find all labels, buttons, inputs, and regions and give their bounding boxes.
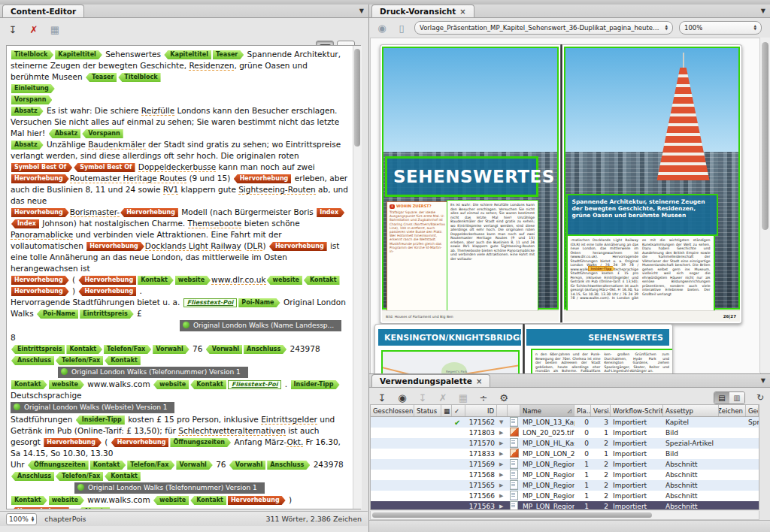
- import-icon[interactable]: ↧: [6, 23, 20, 36]
- preview-panel-menu-caret[interactable]: ▼: [761, 8, 765, 14]
- col-assettyp[interactable]: Assettyp: [663, 405, 719, 416]
- col-geoeffnet[interactable]: Geöffnet v: [746, 405, 759, 416]
- spread2-col1-text: n den 60er-Jahren und der Punk-Bewegung …: [535, 352, 611, 373]
- palette-save-icon[interactable]: ▦: [456, 391, 470, 404]
- table-row-171570[interactable]: 171570▶MP_LON_HL_Kasten_S...02Importiert…: [371, 438, 759, 449]
- palette-hscroll-thumb[interactable]: [372, 512, 652, 518]
- tab-content-editor[interactable]: Content-Editor: [2, 5, 84, 17]
- expand-open-icon[interactable]: ▼: [497, 419, 508, 425]
- col-name[interactable]: Name◿: [520, 405, 574, 416]
- expand-icon[interactable]: ▶: [497, 493, 508, 499]
- close-icon[interactable]: ×: [459, 8, 465, 16]
- col-versi[interactable]: Versi...: [591, 405, 611, 416]
- editor-text: kann man noch auf zwei: [216, 162, 314, 171]
- preview-file-select[interactable]: Vorlage_Präsentation_MP_Kapitel_Sehenswe…: [414, 21, 673, 35]
- preview-zoom-select[interactable]: 100% ▲▼: [679, 21, 762, 35]
- content-reference-bar[interactable]: Original London Walks (Name Landessp...: [180, 320, 341, 331]
- gear-icon[interactable]: ⚙: [497, 391, 511, 404]
- tag-open-hervorhebung: Hervorhebung: [11, 174, 69, 183]
- col-check-icon[interactable]: ✓: [452, 405, 465, 416]
- editor-zoom-select[interactable]: 100% ▲▼: [6, 513, 37, 525]
- col-geschlossen[interactable]: Geschlossen: [371, 405, 414, 416]
- content-reference-bar[interactable]: Original London Walks (Telefonnummer) Ve…: [74, 482, 265, 494]
- table-row-171563[interactable]: 171563▶MP_LON_RegionStadtv...12Importier…: [371, 501, 759, 510]
- expand-icon[interactable]: ▶: [497, 440, 508, 446]
- table-row-171569[interactable]: 171569▶MP_LON_RegionStadtv...12Importier…: [371, 459, 759, 470]
- editor-panel-menu-caret[interactable]: ▼: [359, 8, 364, 14]
- tag-close-insider-tipp: Insider-Tipp: [76, 416, 125, 425]
- region-map[interactable]: Regent's Park West Kilburn: [381, 350, 520, 374]
- expand-icon[interactable]: ▶: [497, 461, 508, 467]
- expand-icon[interactable]: ▶: [497, 451, 508, 457]
- page-icon[interactable]: ▯: [395, 21, 408, 35]
- tag-open-hervorhebung: Hervorhebung: [228, 496, 286, 505]
- expand-icon[interactable]: ▶: [497, 482, 508, 488]
- expand-icon[interactable]: ▶: [497, 430, 508, 436]
- col-workflow[interactable]: Workflow-Schritt: [611, 405, 663, 416]
- discard-icon[interactable]: ✗: [27, 23, 41, 36]
- palette-horizontal-scrollbar[interactable]: [370, 511, 759, 520]
- editor-text-area[interactable]: TitelblockKapiteltitel Sehenswertes Kapi…: [6, 45, 361, 509]
- cell: Kapitel: [663, 419, 719, 426]
- expand-icon[interactable]: ▶: [497, 503, 508, 509]
- cell: Spezial-Artikel: [663, 440, 719, 447]
- col-status[interactable]: Status: [414, 405, 441, 416]
- preview-vertical-scrollbar[interactable]: [759, 38, 770, 373]
- col-grid-icon[interactable]: ▦: [441, 405, 452, 416]
- cell: Abschnitt: [663, 492, 719, 500]
- tag-open-anschluss: Anschluss: [244, 345, 286, 354]
- table-row-171565[interactable]: 171565▶MP_LON_RegionStadtv...12Importier…: [371, 480, 759, 491]
- content-reference-bar[interactable]: Original London Walks (Website) Version …: [11, 402, 174, 413]
- editor-vertical-scrollbar[interactable]: [353, 46, 362, 509]
- tab-druck-voransicht-label: Druck-Voransicht: [380, 7, 456, 16]
- wohin-zuerst-box[interactable]: iWOHIN ZUERST? Trafalgar Square: der ide…: [387, 201, 448, 311]
- tag-open-poi-name: Poi-Name: [238, 298, 280, 307]
- teaser-frame[interactable]: Spannende Architektur, steinerne Zeugen …: [566, 194, 718, 236]
- cell: MP_LON_LON_20_SV...: [520, 450, 574, 458]
- list-view-button[interactable]: ▤: [714, 392, 729, 404]
- tag-close-telefon/fax: Telefon/Fax: [56, 356, 103, 365]
- palette-import-icon[interactable]: ↧: [375, 391, 389, 404]
- palette-close-icon[interactable]: ×: [476, 377, 482, 385]
- spread2-body-frame[interactable]: n den 60er-Jahren und der Punk-Bewegung …: [531, 349, 673, 374]
- tab-verwendungspalette[interactable]: Verwendungspalette ×: [371, 374, 490, 387]
- cell: Importiert: [611, 492, 663, 500]
- palette-delete-icon[interactable]: ✗: [436, 391, 450, 404]
- tab-druck-voransicht[interactable]: Druck-Voransicht ×: [371, 5, 474, 17]
- table-row-171562[interactable]: ✔171562▼MP_LON_13_Kapitel_POIs...03Impor…: [371, 417, 759, 428]
- image-file-icon: [510, 449, 519, 458]
- preview-scroll-thumb[interactable]: [762, 42, 768, 230]
- expand-icon[interactable]: ▶: [497, 472, 508, 478]
- table-row-171566[interactable]: 171566▶MP_LON_RegionStadtv...12Importier…: [371, 491, 759, 501]
- table-row-171803[interactable]: 171803▶LON_20_025.tif01ImportiertBild: [371, 428, 759, 438]
- save-icon[interactable]: ▦: [48, 23, 62, 36]
- table-row-171833[interactable]: 171833▶MP_LON_LON_20_SV...01ImportiertBi…: [371, 449, 759, 459]
- left-page-body-column[interactable]: Es ist wahr: Die schiere Reizfülle Londo…: [447, 200, 538, 313]
- eye-icon[interactable]: ◉: [375, 21, 389, 35]
- editor-text: 243978: [311, 460, 343, 469]
- editor-text: (: [102, 437, 111, 446]
- content-reference-bar[interactable]: Original London Walks (Telefonnummer) Ve…: [58, 367, 248, 378]
- palette-import-disabled-icon[interactable]: ↧: [416, 391, 429, 404]
- col-icon[interactable]: [508, 405, 520, 416]
- chapter-title-frame[interactable]: SEHENSWERTES: [385, 156, 538, 197]
- palette-panel-menu-caret[interactable]: ▼: [761, 377, 765, 384]
- editor-scroll-thumb[interactable]: [354, 49, 360, 147]
- col-id[interactable]: ID: [465, 405, 497, 416]
- col-pla[interactable]: Pla...: [574, 405, 591, 416]
- col-arrow[interactable]: [497, 405, 508, 416]
- refresh-icon[interactable]: ↻: [756, 392, 764, 403]
- tag-close-hervorhebung: Hervorhebung: [120, 208, 178, 217]
- palette-eye-icon[interactable]: ◉: [396, 391, 409, 404]
- palette-divide-icon[interactable]: ÷: [477, 391, 490, 404]
- column-view-button[interactable]: ▥: [729, 392, 744, 404]
- preview-canvas[interactable]: SEHENSWERTES iWOHIN ZUERST? Trafalgar Sq…: [370, 38, 761, 374]
- col-zeichen[interactable]: Zeichen: [719, 405, 746, 416]
- table-row-171568[interactable]: 171568▶MP_LON_RegionStadtv...12Importier…: [371, 470, 759, 480]
- editor-zoom-value: 100%: [9, 515, 29, 523]
- zoom-stepper-icon[interactable]: ▲▼: [32, 516, 34, 522]
- pin-icon: i: [390, 204, 395, 209]
- cell: 1: [591, 429, 611, 437]
- right-page-body-frame[interactable]: -matischen Docklands Light Railway (DLR)…: [566, 234, 715, 313]
- tag-open-titelblock: Titelblock: [11, 50, 53, 59]
